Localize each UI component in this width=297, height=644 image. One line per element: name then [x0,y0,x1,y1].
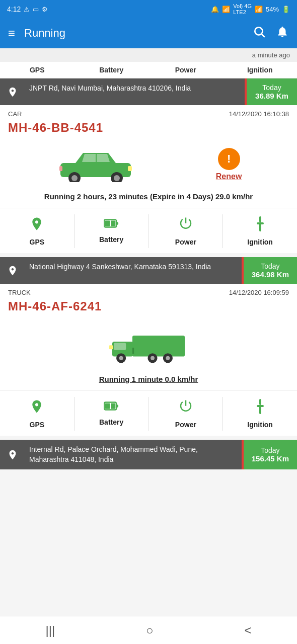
vehicle-type-2: TRUCK [8,289,31,296]
bottom-navigation: ||| ○ < [0,616,297,644]
svg-point-4 [71,175,78,181]
network-label: Vol) 4GLTE2 [233,3,252,15]
top-nav-left: ≡ Running [8,26,65,40]
svg-rect-33 [257,405,264,407]
svg-point-6 [114,175,120,181]
hamburger-menu-button[interactable]: ≡ [8,26,15,40]
distance-box-1: Today 36.89 Km [247,78,297,105]
vehicle-info-2: TRUCK 14/12/2020 16:09:59 [0,284,297,298]
monitor-icon: ▭ [33,6,39,13]
distance-km-value-1: 36.89 Km [255,92,288,100]
status-icons-row-2: GPS Battery [0,390,297,436]
location-address-3: Internal Rd, Palace Orchard, Mohammed Wa… [25,440,242,469]
ignition-icon-2 [257,399,264,418]
col-header-power: Power [148,66,223,74]
vehicle-datetime-2: 14/12/2020 16:09:59 [229,289,289,296]
status-right: 🔔 📶 Vol) 4GLTE2 📶 54% 🔋 [211,3,290,15]
vehicle-card-2: National Highway 4 Sankeshwar, Karnataka… [0,257,297,436]
vehicle-info-1: CAR 14/12/2020 16:10:38 [0,105,297,120]
power-icon-1 [178,216,193,235]
distance-km-value-2: 364.98 Km [252,270,289,279]
status-gps-cell-2: GPS [0,397,75,431]
back-button[interactable]: < [245,623,252,637]
page-title: Running [24,27,65,40]
vehicle-datetime-1: 14/12/2020 16:10:38 [229,110,289,118]
time-display: 4:12 [7,5,21,13]
location-address-2: National Highway 4 Sankeshwar, Karnataka… [25,257,242,284]
battery-icon: 🔋 [282,6,290,13]
renew-container-1: ! Renew [216,148,242,181]
ignition-label-1: Ignition [247,238,273,246]
svg-rect-16 [132,336,185,357]
car-image-1 [55,147,136,182]
wifi-icon: 📶 [222,6,230,13]
location-pin-icon-3 [0,440,25,469]
svg-rect-11 [111,220,115,226]
vehicle-card-3: Internal Rd, Palace Orchard, Mohammed Wa… [0,440,297,469]
distance-km-value-3: 156.45 Km [252,454,289,463]
gps-icon-2 [29,399,44,418]
distance-today-label-3: Today [261,446,279,454]
running-status-2: Running 1 minute 0.0 km/hr [0,373,297,390]
top-nav-right [253,25,289,41]
battery-label-2: Battery [99,418,123,426]
battery-label-1: Battery [99,235,123,244]
location-pin-icon-2 [0,257,25,284]
svg-rect-12 [116,222,118,225]
svg-point-21 [119,356,123,360]
status-icons-row-1: GPS Battery [0,208,297,253]
settings-icon: ⚙ [42,6,48,13]
svg-rect-10 [105,220,110,226]
power-label-2: Power [175,421,196,429]
power-icon-2 [178,399,193,418]
status-ignition-cell-1: Ignition [223,214,297,248]
ignition-label-2: Ignition [247,421,273,429]
location-row-3[interactable]: Internal Rd, Palace Orchard, Mohammed Wa… [0,440,297,469]
ignition-icon-1 [257,216,264,235]
alert-icon: ⚠ [24,6,30,13]
search-button[interactable] [253,25,266,41]
gps-icon-1 [29,216,44,235]
gps-label-1: GPS [30,238,45,246]
status-ignition-cell-2: Ignition [223,397,297,431]
battery-icon-1 [104,216,119,232]
svg-rect-8 [59,166,62,171]
vehicle-graphic-1: ! Renew [0,139,297,190]
truck-graphic-2 [0,317,297,373]
last-updated-timestamp: a minute ago [252,51,290,59]
status-power-cell-2: Power [149,397,224,431]
status-battery-cell-1: Battery [75,214,149,248]
svg-rect-7 [128,166,132,171]
location-row-1[interactable]: JNPT Rd, Navi Mumbai, Maharashtra 410206… [0,78,297,105]
battery-percent: 54% [266,6,279,13]
svg-rect-15 [257,222,264,224]
col-header-battery: Battery [75,66,149,74]
home-button[interactable]: ○ [146,623,154,637]
svg-rect-28 [105,403,110,409]
notification-bell-button[interactable] [276,25,289,41]
top-nav: ≡ Running [0,18,297,48]
svg-point-0 [255,27,262,35]
distance-today-label-2: Today [261,262,279,270]
content-area: a minute ago GPS Battery Power Ignition … [0,48,297,504]
recent-apps-button[interactable]: ||| [45,623,55,637]
location-pin-icon-1 [0,78,25,105]
timestamp-bar: a minute ago [0,48,297,62]
svg-rect-18 [114,343,126,350]
svg-rect-30 [116,405,118,408]
svg-rect-26 [109,345,113,349]
column-headers-row: GPS Battery Power Ignition [0,62,297,78]
status-gps-cell-1: GPS [0,214,75,248]
gps-label-2: GPS [30,421,45,429]
svg-point-25 [166,356,170,360]
svg-rect-13 [259,216,261,222]
status-left: 4:12 ⚠ ▭ ⚙ [7,5,48,13]
svg-rect-29 [111,403,115,409]
signal-bars-icon: 📶 [255,6,263,13]
renew-button-1[interactable]: Renew [216,172,242,181]
warning-icon-1: ! [218,148,240,170]
status-power-cell-1: Power [149,214,224,248]
distance-box-2: Today 364.98 Km [244,257,297,284]
location-row-2[interactable]: National Highway 4 Sankeshwar, Karnataka… [0,257,297,284]
svg-point-23 [151,356,155,360]
